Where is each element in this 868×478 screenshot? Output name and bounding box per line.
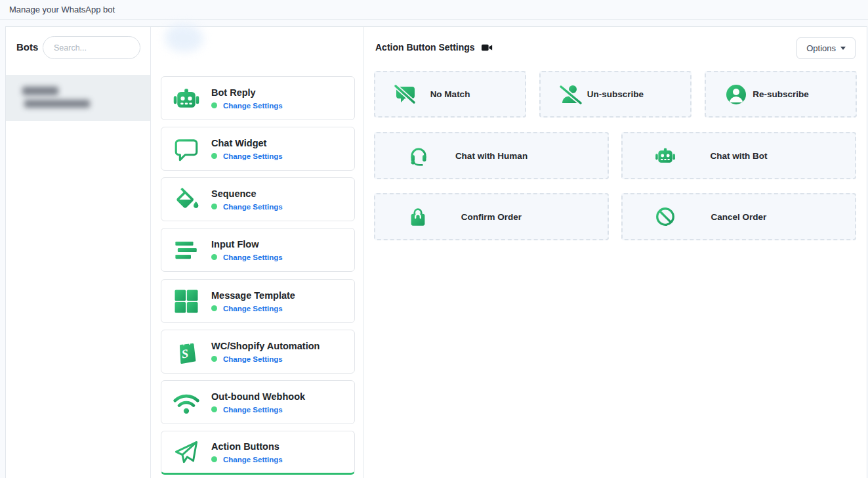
paint-bucket-icon: [171, 185, 201, 214]
action-no-match[interactable]: No Match: [374, 71, 526, 118]
redacted-logo-blob: [165, 24, 203, 52]
action-button-settings-panel: Action Button Settings Options No Ma: [364, 27, 868, 478]
paper-plane-icon: [171, 437, 201, 467]
change-settings-link[interactable]: Change Settings: [223, 203, 283, 211]
page-title: Manage your WhatsApp bot: [9, 5, 115, 14]
chevron-down-icon: [840, 47, 846, 50]
status-dot: [211, 153, 217, 159]
action-label: Un-subscribe: [541, 72, 690, 116]
grid-icon: [171, 286, 201, 316]
feature-card-sequence[interactable]: Sequence Change Settings: [161, 177, 355, 221]
feature-card-message-template[interactable]: Message Template Change Settings: [161, 279, 355, 323]
page-header: Manage your WhatsApp bot: [0, 0, 868, 20]
status-dot: [211, 254, 217, 260]
bots-sidebar: Bots: [6, 27, 150, 478]
wifi-icon: [171, 387, 201, 417]
feature-title: Message Template: [211, 290, 295, 301]
change-settings-link[interactable]: Change Settings: [223, 152, 283, 160]
feature-title: Bot Reply: [211, 87, 283, 98]
action-chat-with-bot[interactable]: Chat with Bot: [621, 132, 856, 179]
action-label: No Match: [375, 72, 525, 116]
change-settings-link[interactable]: Change Settings: [223, 406, 283, 414]
feature-title: WC/Shopify Automation: [211, 341, 320, 351]
action-unsubscribe[interactable]: Un-subscribe: [539, 71, 692, 118]
change-settings-link[interactable]: Change Settings: [223, 305, 283, 313]
main-container: Bots Bot R: [5, 26, 867, 478]
bars-icon: [171, 235, 201, 265]
bot-list-item-selected[interactable]: [6, 75, 150, 121]
feature-card-shopify[interactable]: S WC/Shopify Automation Change Settings: [161, 330, 355, 374]
feature-title: Sequence: [211, 188, 283, 199]
action-chat-with-human[interactable]: Chat with Human: [374, 132, 609, 179]
feature-card-webhook[interactable]: Out-bound Webhook Change Settings: [161, 380, 355, 424]
action-label: Cancel Order: [623, 194, 855, 239]
action-cancel-order[interactable]: Cancel Order: [621, 193, 856, 240]
feature-title: Chat Widget: [211, 138, 283, 148]
redacted-bot-phone: [24, 100, 90, 108]
search-input[interactable]: [43, 36, 140, 59]
feature-title: Input Flow: [211, 239, 283, 250]
change-settings-link[interactable]: Change Settings: [223, 456, 283, 464]
feature-title: Out-bound Webhook: [211, 391, 305, 402]
features-column: Bot Reply Change Settings Chat Widget Ch…: [151, 27, 363, 478]
status-dot: [211, 204, 217, 209]
status-dot: [211, 406, 217, 412]
status-dot: [211, 356, 217, 362]
bots-heading: Bots: [16, 41, 38, 53]
options-label: Options: [806, 43, 836, 53]
status-dot: [211, 456, 217, 462]
change-settings-link[interactable]: Change Settings: [223, 102, 283, 110]
action-label: Confirm Order: [375, 194, 608, 239]
status-dot: [211, 102, 217, 108]
action-label: Re-subscribe: [706, 72, 856, 116]
options-button[interactable]: Options: [796, 37, 856, 59]
feature-title: Action Buttons: [211, 441, 283, 452]
feature-card-bot-reply[interactable]: Bot Reply Change Settings: [161, 76, 355, 120]
shopify-bag-icon: S: [171, 337, 201, 366]
change-settings-link[interactable]: Change Settings: [223, 355, 283, 363]
panel-title: Action Button Settings: [375, 42, 475, 53]
robot-icon: [171, 83, 201, 113]
feature-card-chat-widget[interactable]: Chat Widget Change Settings: [161, 127, 355, 171]
change-settings-link[interactable]: Change Settings: [223, 253, 283, 261]
action-confirm-order[interactable]: Confirm Order: [374, 193, 609, 240]
feature-card-action-buttons[interactable]: Action Buttons Change Settings: [161, 431, 355, 475]
action-label: Chat with Human: [375, 133, 608, 178]
redacted-bot-name: [22, 87, 58, 95]
chat-bubble-icon: [171, 134, 201, 163]
status-dot: [211, 305, 217, 311]
action-resubscribe[interactable]: Re-subscribe: [705, 71, 857, 118]
action-label: Chat with Bot: [623, 133, 855, 178]
feature-card-input-flow[interactable]: Input Flow Change Settings: [161, 228, 355, 272]
video-camera-icon[interactable]: [482, 43, 493, 52]
